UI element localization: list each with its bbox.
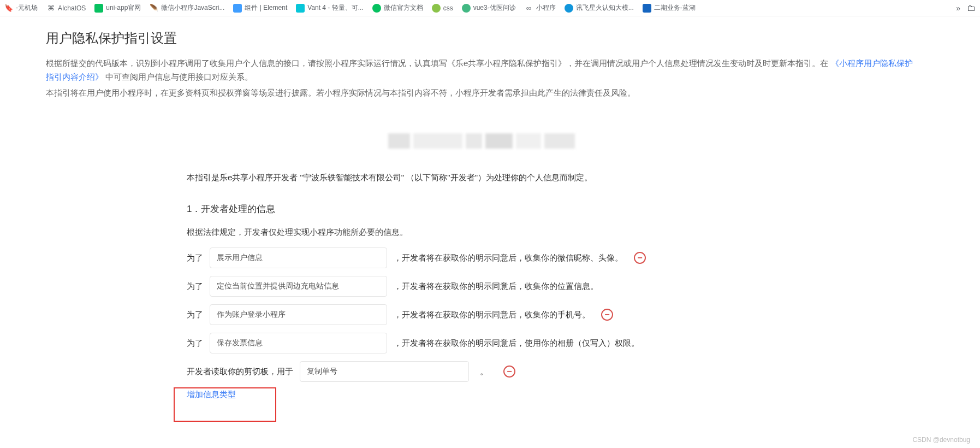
purpose-row: 为了 ，开发者将在获取你的明示同意后，使用你的相册（仅写入）权限。 — [187, 333, 776, 353]
bookmark-item[interactable]: Vant 4 - 轻量、可... — [296, 3, 363, 13]
bookmark-label: 组件 | Element — [245, 3, 287, 13]
clipboard-row: 开发者读取你的剪切板，用于 。 − — [187, 361, 776, 382]
generic-icon: 🔖 — [4, 4, 13, 13]
row-suffix: ，开发者将在获取你的明示同意后，使用你的相册（仅写入）权限。 — [394, 338, 639, 349]
intro1-post: 中可查阅用户信息与使用接口对应关系。 — [105, 72, 253, 81]
bookmark-item[interactable]: uni-app官网 — [94, 3, 141, 13]
bookmark-label: AIchatOS — [58, 4, 86, 12]
remove-row-button[interactable]: − — [634, 252, 646, 264]
row-prefix: 为了 — [187, 253, 203, 263]
remove-row-button[interactable]: − — [601, 309, 613, 321]
xunfei-icon — [565, 4, 573, 13]
bookmark-item[interactable]: 微信官方文档 — [372, 3, 423, 13]
bookmark-item[interactable]: 🔖 -元机场 — [4, 3, 38, 13]
form-lead: 本指引是乐e共享小程序开发者 "宁波乐轶智能技术有限公司" （以下简称"开发者"… — [187, 173, 776, 183]
bookmark-label: Vant 4 - 轻量、可... — [307, 3, 363, 13]
bookmark-item[interactable]: 讯飞星火认知大模... — [565, 3, 634, 13]
row-suffix: ，开发者将在获取你的明示同意后，收集你的位置信息。 — [394, 281, 598, 292]
uni-icon — [94, 4, 103, 13]
clipboard-prefix: 开发者读取你的剪切板，用于 — [187, 367, 293, 377]
purpose-input[interactable] — [210, 333, 387, 353]
purpose-input[interactable] — [210, 304, 387, 325]
all-bookmarks-folder-icon[interactable]: 🗀 — [967, 3, 976, 13]
wechat-icon — [372, 4, 381, 13]
purpose-row: 为了 ，开发者将在获取你的明示同意后，收集你的位置信息。 — [187, 276, 776, 297]
bookmark-label: 二期业务-蓝湖 — [654, 3, 696, 13]
bookmarks-right: » 🗀 — [956, 3, 976, 13]
bookmark-label: vue3-优医问诊 — [473, 3, 516, 13]
css-icon — [432, 4, 441, 13]
lanhu-icon — [643, 4, 651, 13]
intro1-pre: 根据所提交的代码版本，识别到小程序调用了收集用户个人信息的接口，请按照小程序实际… — [46, 58, 828, 68]
bookmark-item[interactable]: 组件 | Element — [233, 3, 287, 13]
remove-row-button[interactable]: − — [503, 366, 515, 378]
vant-icon — [296, 4, 305, 13]
purpose-input[interactable] — [210, 247, 387, 268]
vue-icon — [462, 4, 471, 13]
feather-icon: 🪶 — [150, 4, 158, 13]
row-suffix: ，开发者将在获取你的明示同意后，收集你的微信昵称、头像。 — [394, 253, 623, 263]
blurred-header — [187, 133, 776, 149]
purpose-row: 为了 ，开发者将在获取你的明示同意后，收集你的微信昵称、头像。 − — [187, 247, 776, 268]
page-container: 用户隐私保护指引设置 根据所提交的代码版本，识别到小程序调用了收集用户个人信息的… — [0, 16, 917, 446]
bookmark-item[interactable]: 🪶 微信小程序JavaScri... — [150, 3, 224, 13]
ai-icon: ⌘ — [46, 4, 55, 13]
highlight-box: 增加信息类型 — [174, 387, 276, 422]
bookmark-item[interactable]: 二期业务-蓝湖 — [643, 3, 696, 13]
bookmark-item[interactable]: vue3-优医问诊 — [462, 3, 516, 13]
add-info-type-link[interactable]: 增加信息类型 — [187, 390, 236, 399]
row-prefix: 为了 — [187, 281, 203, 292]
bookmark-label: uni-app官网 — [106, 3, 141, 13]
clipboard-input[interactable] — [300, 361, 469, 382]
row-prefix: 为了 — [187, 338, 203, 349]
section-1-sub: 根据法律规定，开发者仅处理实现小程序功能所必要的信息。 — [187, 227, 776, 238]
overflow-chevron-icon[interactable]: » — [956, 4, 960, 13]
bookmark-item[interactable]: ⌘ AIchatOS — [46, 4, 86, 13]
bookmark-label: 小程序 — [536, 3, 556, 13]
intro-paragraph-1: 根据所提交的代码版本，识别到小程序调用了收集用户个人信息的接口，请按照小程序实际… — [46, 57, 917, 84]
intro-paragraph-2: 本指引将在用户使用小程序时，在更多资料页和授权弹窗等场景进行披露。若小程序实际情… — [46, 86, 917, 100]
bookmark-item[interactable]: ∞ 小程序 — [525, 3, 556, 13]
bookmark-label: 微信小程序JavaScri... — [161, 3, 224, 13]
purpose-input[interactable] — [210, 276, 387, 297]
row-suffix: ，开发者将在获取你的明示同意后，收集你的手机号。 — [394, 310, 590, 320]
bookmark-label: css — [443, 4, 453, 12]
bookmark-item[interactable]: css — [432, 4, 453, 13]
page-title: 用户隐私保护指引设置 — [46, 30, 917, 47]
mini-icon: ∞ — [525, 4, 533, 13]
bookmark-label: 讯飞星火认知大模... — [576, 3, 634, 13]
bookmarks-bar: 🔖 -元机场 ⌘ AIchatOS uni-app官网 🪶 微信小程序JavaS… — [0, 0, 980, 16]
form-card: 本指引是乐e共享小程序开发者 "宁波乐轶智能技术有限公司" （以下简称"开发者"… — [46, 111, 917, 446]
purpose-row: 为了 ，开发者将在获取你的明示同意后，收集你的手机号。 − — [187, 304, 776, 325]
watermark: CSDN @devnotbug — [912, 436, 970, 444]
element-icon — [233, 4, 242, 13]
section-1-title: 1．开发者处理的信息 — [187, 203, 776, 215]
clipboard-period: 。 — [480, 367, 488, 377]
bookmark-label: 微信官方文档 — [384, 3, 423, 13]
row-prefix: 为了 — [187, 310, 203, 320]
bookmark-label: -元机场 — [16, 3, 38, 13]
